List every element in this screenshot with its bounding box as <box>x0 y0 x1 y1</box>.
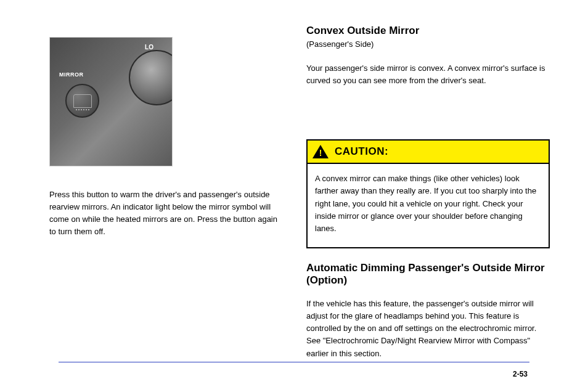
mirror-label: MIRROR <box>59 71 84 78</box>
caution-body: A convex mirror can make things (like ot… <box>308 164 549 247</box>
caution-title: CAUTION: <box>335 145 388 158</box>
convex-mirror-heading: Convex Outside Mirror <box>306 25 551 37</box>
mirror-control-photo: LO MIRROR <box>49 37 173 166</box>
footer-rule <box>59 362 529 362</box>
dial-lo-label: LO <box>145 44 153 51</box>
dial-graphic <box>129 50 173 105</box>
caution-header: CAUTION: <box>308 141 549 164</box>
heated-mirror-button-graphic <box>65 84 99 118</box>
caution-box: CAUTION: A convex mirror can make things… <box>306 139 550 248</box>
warning-triangle-icon <box>312 145 329 158</box>
convex-mirror-sub: (Passenger's Side) <box>306 39 551 49</box>
page-number: 2-53 <box>513 370 528 378</box>
auto-dimming-body: If the vehicle has this feature, the pas… <box>306 298 551 360</box>
heated-mirror-icon <box>73 94 92 108</box>
auto-dimming-heading: Automatic Dimming Passenger's Outside Mi… <box>306 262 551 287</box>
convex-mirror-body: Your passenger's side mirror is convex. … <box>306 62 551 87</box>
left-body-text: Press this button to warm the driver's a… <box>49 189 282 239</box>
